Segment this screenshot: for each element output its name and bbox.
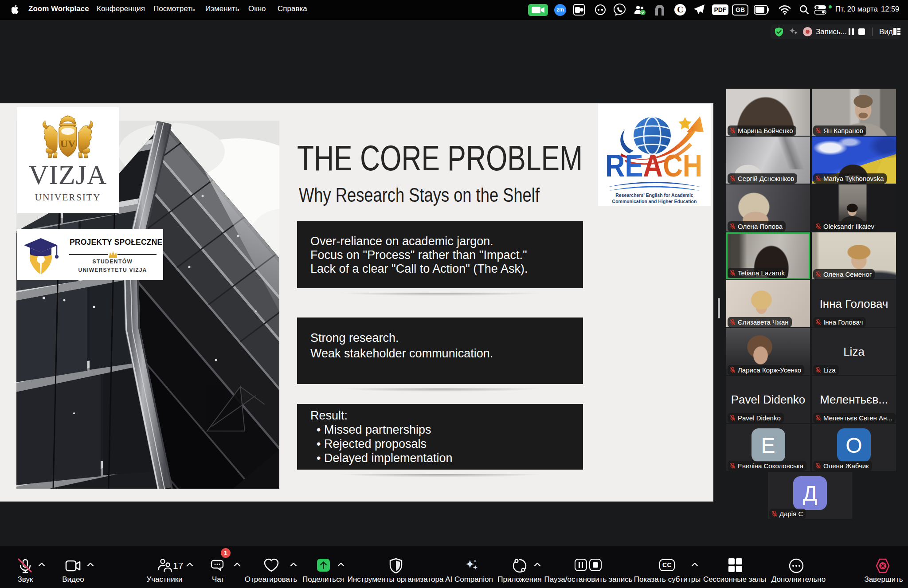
svg-text:CH: CH [663,148,702,183]
svg-text:Communication and Higher Educa: Communication and Higher Education [612,199,697,204]
svg-text:A: A [643,148,662,183]
svg-text:RE: RE [605,148,643,183]
svg-text:UV: UV [60,138,76,149]
svg-text:Researchers' English for Acade: Researchers' English for Academic [615,192,693,198]
